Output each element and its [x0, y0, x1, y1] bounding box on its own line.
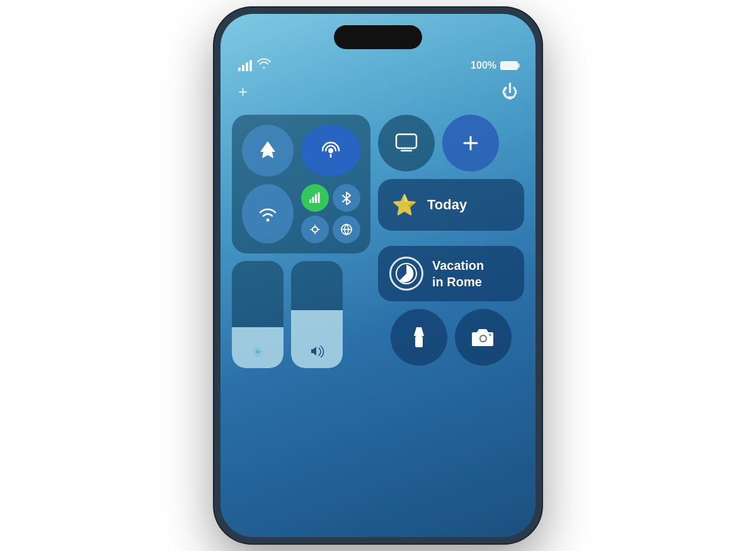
signal-wifi-group [238, 58, 271, 72]
right-section: ⭐ Today Vacationin Rome ♥ [378, 115, 524, 415]
top-circles-row [378, 115, 524, 171]
signal-bar-4 [249, 60, 252, 71]
vacation-label-text: Vacationin Rome [432, 257, 484, 290]
vacation-icon [389, 257, 423, 291]
brightness-icon: ☀ [232, 344, 284, 361]
airdrop-button[interactable] [301, 216, 329, 243]
volume-icon [291, 345, 343, 361]
wifi-button[interactable] [242, 184, 294, 243]
add-control-button[interactable]: + [238, 82, 248, 102]
globe-button[interactable] [333, 216, 360, 243]
svg-point-6 [312, 227, 318, 232]
today-widget[interactable]: ⭐ Today [378, 179, 524, 231]
svg-rect-5 [318, 192, 320, 203]
airplane-mode-button[interactable] [242, 125, 294, 177]
svg-rect-10 [415, 336, 423, 347]
phone-screen: 100% + ⏻ [220, 14, 536, 537]
add-widget-button[interactable] [442, 115, 499, 171]
connectivity-widget [232, 115, 370, 253]
bottom-circles-row [378, 309, 524, 366]
svg-point-13 [489, 334, 491, 336]
battery-percent-text: 100% [471, 60, 496, 71]
svg-rect-2 [309, 199, 311, 203]
svg-point-0 [328, 148, 333, 153]
today-star-icon: ⭐ [392, 193, 417, 217]
signal-bar-1 [238, 67, 241, 71]
flashlight-button[interactable] [391, 309, 447, 366]
hotspot-button[interactable] [301, 125, 360, 177]
battery-area: 100% [471, 60, 518, 71]
dynamic-island [334, 25, 422, 49]
sliders-row: ☀ [232, 261, 370, 368]
brightness-slider[interactable]: ☀ [232, 261, 284, 368]
cellular-signal-button[interactable] [301, 184, 329, 212]
camera-button[interactable] [455, 309, 512, 366]
power-button[interactable]: ⏻ [501, 82, 518, 102]
svg-rect-3 [312, 197, 314, 203]
mini-buttons-grid [301, 184, 360, 243]
signal-bar-2 [242, 65, 244, 71]
phone-frame: 100% + ⏻ [214, 8, 542, 543]
control-center-grid: ☀ [232, 115, 524, 531]
wifi-status-icon [257, 58, 271, 72]
apple-tv-button[interactable] [378, 115, 435, 171]
volume-slider[interactable] [291, 261, 343, 368]
svg-point-12 [481, 336, 486, 341]
svg-rect-4 [315, 194, 317, 203]
svg-rect-8 [396, 134, 416, 148]
status-bar: 100% [220, 58, 536, 72]
top-controls-row: + ⏻ [220, 82, 536, 102]
signal-bars [238, 60, 252, 71]
today-label-text: Today [427, 197, 467, 213]
bluetooth-button[interactable] [333, 184, 360, 212]
battery-icon [500, 61, 518, 70]
svg-point-1 [266, 219, 270, 222]
left-section: ☀ [232, 115, 370, 531]
signal-bar-3 [246, 62, 248, 71]
vacation-widget[interactable]: Vacationin Rome ♥ [378, 246, 524, 301]
